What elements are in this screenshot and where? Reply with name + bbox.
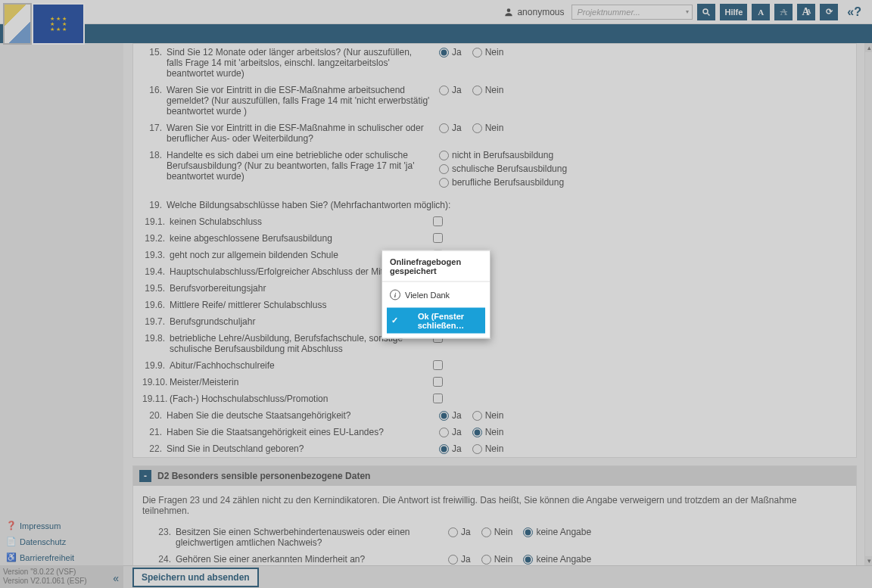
dialog-ok-button[interactable]: ✓ Ok (Fenster schließen… bbox=[387, 307, 485, 333]
dialog-ok-label: Ok (Fenster schließen… bbox=[401, 311, 481, 329]
save-dialog: Onlinefragebogen gespeichert i Vielen Da… bbox=[382, 250, 490, 338]
dialog-message: Vielen Dank bbox=[405, 290, 450, 299]
dialog-title: Onlinefragebogen gespeichert bbox=[382, 250, 490, 282]
info-icon: i bbox=[390, 289, 400, 300]
check-icon: ✓ bbox=[391, 316, 398, 325]
